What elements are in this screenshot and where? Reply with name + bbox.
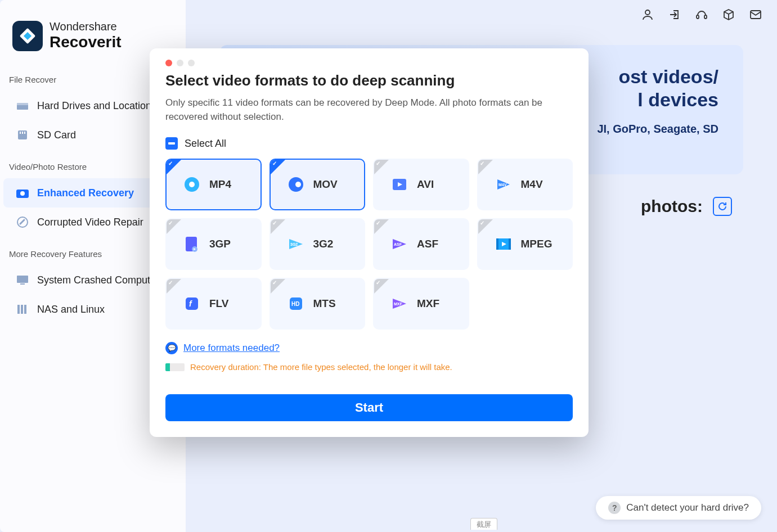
checkmark-corner-icon <box>478 219 493 234</box>
format-icon-asf: ASF <box>390 235 409 254</box>
more-formats-link[interactable]: More formats needed? <box>183 342 280 354</box>
user-icon[interactable] <box>640 7 655 22</box>
format-icon-mxf: MXF <box>390 294 409 313</box>
svg-point-16 <box>645 10 650 15</box>
svg-rect-12 <box>20 283 25 285</box>
computer-icon <box>16 273 29 287</box>
svg-text:MXF: MXF <box>394 302 403 306</box>
format-tile-m4v[interactable]: M4VM4V <box>477 159 573 210</box>
logo-icon <box>12 21 43 51</box>
start-button[interactable]: Start <box>165 394 573 421</box>
format-icon-mov <box>286 175 306 194</box>
svg-rect-39 <box>186 297 198 310</box>
svg-rect-11 <box>17 276 28 283</box>
header-toolbar <box>640 7 763 22</box>
format-label: FLV <box>209 297 228 310</box>
format-icon-mp4 <box>182 175 201 194</box>
svg-rect-5 <box>20 132 21 134</box>
checkmark-corner-icon <box>167 279 181 294</box>
svg-rect-15 <box>24 305 26 314</box>
svg-rect-37 <box>509 238 511 250</box>
screenshot-label: 截屏 <box>470 518 497 530</box>
format-label: AVI <box>417 178 434 191</box>
login-icon[interactable] <box>667 7 682 22</box>
format-label: M4V <box>521 178 543 191</box>
svg-rect-17 <box>697 15 699 19</box>
camera-icon <box>16 186 29 200</box>
sidebar-item-label: NAS and Linux <box>37 304 105 315</box>
format-tile-flv[interactable]: fFLV <box>165 278 262 330</box>
help-pill[interactable]: ? Can't detect your hard drive? <box>596 496 761 520</box>
package-icon[interactable] <box>721 7 736 22</box>
svg-point-21 <box>189 182 195 187</box>
checkmark-corner-icon <box>374 160 389 174</box>
dialog-close-dot[interactable] <box>165 60 172 66</box>
brand-label: Wondershare <box>50 20 122 33</box>
photos-heading-row: photos: <box>641 197 732 216</box>
checkmark-corner-icon <box>167 219 181 234</box>
svg-rect-2 <box>17 105 28 110</box>
dialog-minimize-dot <box>177 60 183 66</box>
svg-rect-13 <box>17 305 20 314</box>
harddrive-icon <box>16 99 29 112</box>
select-all-checkbox[interactable] <box>165 137 178 150</box>
format-grid: MP4MOVAVIM4VM4V3GP3G23G2ASFASFMPEGfFLVHD… <box>165 159 573 330</box>
format-label: 3G2 <box>313 238 334 250</box>
format-label: MP4 <box>209 178 231 191</box>
svg-rect-14 <box>21 305 23 314</box>
select-all-label: Select All <box>185 138 226 150</box>
format-tile-3g2[interactable]: 3G23G2 <box>270 218 366 270</box>
checkmark-corner-icon <box>478 160 493 174</box>
duration-bar-icon <box>165 363 185 371</box>
checkmark-corner-icon <box>374 219 389 234</box>
svg-point-9 <box>20 191 25 196</box>
format-tile-asf[interactable]: ASFASF <box>373 218 469 270</box>
format-icon-flv: f <box>182 294 201 313</box>
svg-text:ASF: ASF <box>394 242 402 246</box>
format-icon-3gp <box>182 235 201 254</box>
more-formats-row[interactable]: 💬 More formats needed? <box>165 342 573 354</box>
checkmark-corner-icon <box>271 279 285 294</box>
format-tile-mpeg[interactable]: MPEG <box>477 218 573 270</box>
sidebar-item-label: Corrupted Video Repair <box>37 217 143 228</box>
format-icon-m4v: M4V <box>494 175 513 194</box>
help-icon: ? <box>608 502 621 514</box>
format-label: ASF <box>417 238 438 250</box>
format-tile-mp4[interactable]: MP4 <box>165 159 262 210</box>
svg-rect-6 <box>22 132 23 134</box>
svg-rect-3 <box>17 103 28 105</box>
format-icon-mts: HD <box>286 294 306 313</box>
select-all-row[interactable]: Select All <box>165 137 573 150</box>
format-tile-mov[interactable]: MOV <box>270 159 366 210</box>
help-pill-label: Can't detect your hard drive? <box>626 502 749 513</box>
dialog-traffic-lights[interactable] <box>165 60 573 66</box>
support-icon[interactable] <box>694 7 709 22</box>
format-tile-avi[interactable]: AVI <box>373 159 469 210</box>
svg-rect-18 <box>704 15 707 19</box>
svg-rect-36 <box>496 238 498 250</box>
duration-row: Recovery duration: The more file types s… <box>165 362 573 372</box>
format-icon-mpeg <box>494 235 513 254</box>
dialog-description: Only specific 11 video formats can be re… <box>165 96 573 124</box>
format-tile-3gp[interactable]: 3GP <box>165 218 262 270</box>
format-label: MXF <box>417 297 439 310</box>
sdcard-icon <box>16 128 29 142</box>
format-tile-mxf[interactable]: MXFMXF <box>373 278 469 330</box>
sidebar-item-label: Hard Drives and Locations <box>37 100 156 112</box>
product-label: Recoverit <box>50 33 122 51</box>
svg-text:3G2: 3G2 <box>290 242 298 246</box>
refresh-button[interactable] <box>713 197 732 216</box>
format-tile-mts[interactable]: HDMTS <box>270 278 366 330</box>
format-label: MOV <box>313 178 338 191</box>
sidebar-item-label: Enhanced Recovery <box>37 187 134 199</box>
photos-label: photos: <box>641 197 703 216</box>
checkmark-corner-icon <box>271 160 285 174</box>
format-label: MTS <box>313 297 336 310</box>
sidebar-item-label: SD Card <box>37 129 76 141</box>
dialog-zoom-dot <box>188 60 195 66</box>
format-icon-3g2: 3G2 <box>286 235 306 254</box>
format-label: 3GP <box>209 238 231 250</box>
mail-icon[interactable] <box>748 7 763 22</box>
format-icon-avi <box>390 175 409 194</box>
checkmark-corner-icon <box>374 279 389 294</box>
